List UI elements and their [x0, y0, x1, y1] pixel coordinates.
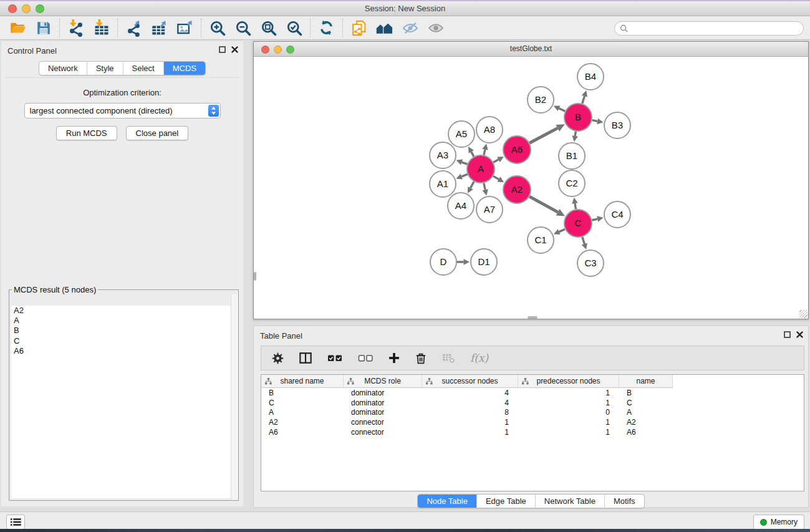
- open-session-button[interactable]: [5, 18, 31, 38]
- graph-edge-A2-C[interactable]: [529, 196, 557, 212]
- column-header-successor-nodes[interactable]: successor nodes: [422, 375, 518, 388]
- delete-column-button[interactable]: [415, 352, 427, 365]
- graph-edge-A-A6[interactable]: [493, 160, 498, 162]
- mcds-result-item[interactable]: C: [11, 336, 236, 346]
- save-session-button[interactable]: [31, 18, 56, 38]
- network-vertical-scrollbar[interactable]: [254, 272, 256, 281]
- network-window-titlebar[interactable]: testGlobe.txt: [254, 42, 808, 57]
- export-table-button[interactable]: [147, 18, 172, 38]
- tab-network-table[interactable]: Network Table: [535, 495, 604, 508]
- graph-edge-A6-B[interactable]: [529, 128, 557, 143]
- search-input[interactable]: [631, 23, 803, 34]
- network-canvas[interactable]: AA1A2A3A4A5A6A7A8BB1B2B3B4CC1C2C3C4DD1: [254, 57, 808, 319]
- graph-node-B3[interactable]: B3: [604, 112, 630, 138]
- graph-edge-C-C2[interactable]: [575, 203, 576, 209]
- zoom-selected-button[interactable]: [281, 18, 307, 38]
- column-header-MCDS-role[interactable]: MCDS role: [344, 375, 422, 388]
- window-resize-grip[interactable]: [799, 310, 808, 318]
- graph-node-A8[interactable]: A8: [476, 117, 503, 143]
- network-horizontal-scrollbar[interactable]: [528, 316, 538, 319]
- graph-edge-A-A5[interactable]: [471, 152, 474, 156]
- graph-node-B2[interactable]: B2: [528, 87, 554, 113]
- graph-edge-C-C1[interactable]: [559, 229, 565, 231]
- graph-node-B4[interactable]: B4: [577, 64, 604, 90]
- function-builder-button[interactable]: f(x): [470, 352, 488, 364]
- mcds-list-scrollbar[interactable]: [231, 294, 238, 500]
- mcds-result-item[interactable]: A6: [11, 346, 236, 356]
- tab-node-table[interactable]: Node Table: [418, 495, 476, 508]
- close-panel-icon[interactable]: [231, 46, 238, 53]
- graph-node-B[interactable]: B: [564, 104, 592, 131]
- graph-edge-B-B3[interactable]: [592, 120, 598, 122]
- refresh-button[interactable]: [314, 18, 339, 38]
- table-row[interactable]: Adominator80A: [261, 407, 804, 417]
- graph-node-A2[interactable]: A2: [503, 176, 531, 203]
- minimize-window-icon[interactable]: [22, 4, 31, 13]
- column-header-predecessor-nodes[interactable]: predecessor nodes: [518, 375, 619, 388]
- run-mcds-button[interactable]: Run MCDS: [56, 126, 117, 140]
- maximize-network-icon[interactable]: [286, 46, 294, 54]
- table-row[interactable]: Cdominator41C: [261, 398, 804, 408]
- tab-mcds[interactable]: MCDS: [163, 62, 205, 75]
- search-field[interactable]: [614, 21, 804, 36]
- table-row[interactable]: A2connector11A2: [261, 417, 804, 427]
- graph-node-A7[interactable]: A7: [476, 196, 503, 223]
- float-panel-icon[interactable]: [219, 46, 226, 53]
- graph-edge-A-A4[interactable]: [470, 181, 474, 188]
- table-row[interactable]: Bdominator41B: [261, 388, 804, 398]
- graph-node-C[interactable]: C: [564, 210, 592, 237]
- new-network-from-selection-button[interactable]: [346, 18, 372, 38]
- graph-edge-B-B2[interactable]: [559, 109, 565, 112]
- import-network-button[interactable]: [63, 18, 89, 38]
- home-button[interactable]: [372, 18, 397, 38]
- graph-node-C1[interactable]: C1: [528, 227, 554, 253]
- graph-node-C4[interactable]: C4: [604, 201, 630, 228]
- show-all-button[interactable]: [423, 18, 448, 38]
- memory-button[interactable]: Memory: [753, 515, 804, 530]
- close-network-icon[interactable]: [261, 46, 269, 54]
- graph-node-A4[interactable]: A4: [448, 193, 474, 219]
- table-row[interactable]: A6connector11A6: [261, 427, 804, 437]
- mcds-result-item[interactable]: A: [11, 316, 236, 326]
- criterion-select[interactable]: largest connected component (directed): [24, 103, 221, 118]
- graph-node-D1[interactable]: D1: [471, 249, 497, 275]
- graph-node-A1[interactable]: A1: [430, 171, 456, 197]
- select-all-button[interactable]: [327, 352, 343, 364]
- unselect-all-button[interactable]: [357, 352, 374, 364]
- graph-node-A[interactable]: A: [467, 155, 494, 183]
- zoom-fit-button[interactable]: [256, 18, 281, 38]
- close-panel-icon[interactable]: [796, 331, 803, 338]
- float-panel-icon[interactable]: [784, 331, 791, 338]
- mcds-result-item[interactable]: A2: [11, 306, 236, 316]
- show-task-history-button[interactable]: [6, 515, 25, 530]
- graph-edge-C-C4[interactable]: [592, 219, 597, 220]
- delete-table-button[interactable]: [441, 352, 456, 364]
- close-panel-button[interactable]: Close panel: [126, 126, 189, 140]
- column-header-shared-name[interactable]: shared name: [261, 375, 344, 388]
- close-window-icon[interactable]: [8, 4, 17, 13]
- graph-edge-B-B1[interactable]: [575, 132, 576, 136]
- hide-selected-button[interactable]: [397, 18, 423, 38]
- table-settings-button[interactable]: [271, 352, 284, 365]
- graph-node-A3[interactable]: A3: [430, 142, 456, 168]
- zoom-out-button[interactable]: [230, 18, 256, 38]
- graph-edge-B-B4[interactable]: [582, 96, 585, 104]
- tab-edge-table[interactable]: Edge Table: [476, 495, 535, 508]
- column-header-name[interactable]: name: [619, 375, 673, 388]
- maximize-window-icon[interactable]: [36, 4, 44, 13]
- graph-node-D[interactable]: D: [430, 249, 456, 275]
- graph-edge-A-A1[interactable]: [461, 174, 467, 177]
- tab-style[interactable]: Style: [87, 62, 123, 75]
- graph-node-C3[interactable]: C3: [577, 250, 604, 276]
- tab-network[interactable]: Network: [39, 62, 87, 75]
- tab-motifs[interactable]: Motifs: [604, 495, 644, 508]
- show-column-panel-button[interactable]: [299, 352, 312, 364]
- graph-node-A6[interactable]: A6: [503, 136, 531, 163]
- graph-edge-A-A3[interactable]: [462, 162, 468, 164]
- graph-edge-A-A7[interactable]: [484, 183, 485, 190]
- graph-node-C2[interactable]: C2: [559, 170, 585, 196]
- import-table-button[interactable]: [89, 18, 114, 38]
- zoom-in-button[interactable]: [205, 18, 230, 38]
- minimize-network-icon[interactable]: [274, 46, 282, 54]
- tab-select[interactable]: Select: [123, 62, 163, 75]
